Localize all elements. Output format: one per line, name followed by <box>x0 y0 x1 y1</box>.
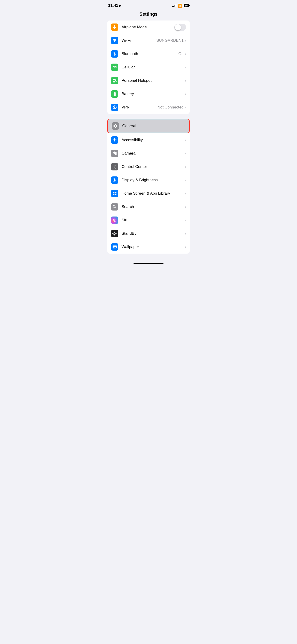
general-svg <box>113 124 118 128</box>
vpn-value: Not Connected <box>158 105 184 110</box>
search-icon <box>111 203 118 210</box>
homescreen-svg <box>112 191 117 196</box>
general-label: General <box>122 124 184 128</box>
battery-row[interactable]: Battery › <box>107 87 190 101</box>
standby-svg <box>112 231 117 236</box>
general-chevron: › <box>184 124 185 128</box>
wifi-svg <box>112 38 117 43</box>
hotspot-label: Personal Hotspot <box>122 78 185 83</box>
display-label: Display & Brightness <box>122 178 185 182</box>
wifi-icon: 📶 <box>178 4 182 8</box>
wallpaper-row[interactable]: Wallpaper › <box>107 240 190 254</box>
accessibility-label: Accessibility <box>122 138 185 142</box>
standby-label: StandBy <box>122 231 185 236</box>
toggle-knob <box>175 24 181 30</box>
accessibility-row[interactable]: Accessibility › <box>107 133 190 147</box>
status-icons: 📶 80 <box>172 4 189 8</box>
homescreen-icon <box>111 190 118 197</box>
vpn-label: VPN <box>122 105 158 110</box>
home-bar <box>134 263 164 264</box>
bluetooth-chevron: › <box>185 52 186 56</box>
battery-chevron: › <box>185 92 186 96</box>
cellular-svg <box>112 65 117 70</box>
siri-chevron: › <box>185 218 186 222</box>
location-icon: ▶ <box>119 4 121 7</box>
network-settings-group: Airplane Mode Wi-Fi SUNGARDEN1 › Bluetoo… <box>107 20 190 114</box>
wifi-label: Wi-Fi <box>122 38 156 43</box>
display-row[interactable]: Display & Brightness › <box>107 174 190 187</box>
status-time: 11:41 ▶ <box>108 3 121 8</box>
wallpaper-svg <box>112 244 117 249</box>
homescreen-row[interactable]: Home Screen & App Library › <box>107 187 190 200</box>
camera-row[interactable]: Camera › <box>107 147 190 160</box>
siri-row[interactable]: Siri › <box>107 214 190 227</box>
general-row[interactable]: General › <box>108 119 189 133</box>
search-chevron: › <box>185 205 186 209</box>
wifi-row[interactable]: Wi-Fi SUNGARDEN1 › <box>107 34 190 47</box>
vpn-icon <box>111 104 118 111</box>
homescreen-label: Home Screen & App Library <box>122 191 185 196</box>
bluetooth-value: On <box>178 52 184 56</box>
homescreen-chevron: › <box>185 192 186 195</box>
settings-group-2: Accessibility › Camera › Control Center … <box>107 133 190 254</box>
accessibility-icon <box>111 136 118 144</box>
control-center-chevron: › <box>185 165 186 168</box>
siri-icon <box>111 216 118 224</box>
hotspot-chevron: › <box>185 79 186 82</box>
home-indicator <box>104 258 194 266</box>
control-center-svg <box>112 164 117 169</box>
airplane-mode-icon <box>111 24 118 31</box>
battery-svg <box>112 92 117 96</box>
search-row[interactable]: Search › <box>107 200 190 214</box>
camera-svg <box>112 151 117 156</box>
vpn-row[interactable]: VPN Not Connected › <box>107 101 190 114</box>
control-center-icon <box>111 163 118 170</box>
battery-settings-icon <box>111 90 118 98</box>
hotspot-svg <box>112 78 117 83</box>
airplane-mode-label: Airplane Mode <box>122 25 174 30</box>
bluetooth-icon <box>111 50 118 58</box>
general-icon <box>112 122 119 130</box>
vpn-svg <box>112 105 117 110</box>
bluetooth-row[interactable]: Bluetooth On › <box>107 47 190 60</box>
accessibility-svg <box>112 138 117 142</box>
wifi-chevron: › <box>185 39 186 42</box>
control-center-row[interactable]: Control Center › <box>107 160 190 174</box>
camera-icon <box>111 150 118 157</box>
cellular-icon <box>111 64 118 71</box>
siri-label: Siri <box>122 218 185 222</box>
display-icon <box>111 176 118 184</box>
wifi-value: SUNGARDEN1 <box>156 38 184 43</box>
airplane-svg <box>112 25 117 30</box>
bluetooth-svg <box>112 52 117 56</box>
control-center-label: Control Center <box>122 164 185 169</box>
cellular-chevron: › <box>185 66 186 69</box>
signal-bars-icon <box>172 4 176 7</box>
standby-icon <box>111 230 118 237</box>
battery-icon: 80 <box>184 4 189 7</box>
wallpaper-icon <box>111 243 118 250</box>
hotspot-row[interactable]: Personal Hotspot › <box>107 74 190 87</box>
display-chevron: › <box>185 178 186 182</box>
wallpaper-label: Wallpaper <box>122 244 185 249</box>
airplane-mode-toggle[interactable] <box>174 24 186 31</box>
airplane-mode-row[interactable]: Airplane Mode <box>107 20 190 34</box>
siri-svg <box>112 218 117 222</box>
page-title: Settings <box>104 10 194 20</box>
display-svg <box>112 178 117 182</box>
general-row-highlighted[interactable]: General › <box>107 118 190 133</box>
cellular-label: Cellular <box>122 65 185 70</box>
vpn-chevron: › <box>185 106 186 109</box>
camera-chevron: › <box>185 152 186 155</box>
search-label: Search <box>122 204 185 209</box>
search-svg <box>112 204 117 209</box>
accessibility-chevron: › <box>185 138 186 142</box>
standby-chevron: › <box>185 232 186 236</box>
wallpaper-chevron: › <box>185 245 186 249</box>
bluetooth-label: Bluetooth <box>122 52 178 56</box>
standby-row[interactable]: StandBy › <box>107 227 190 240</box>
battery-label: Battery <box>122 92 185 96</box>
hotspot-icon <box>111 77 118 84</box>
cellular-row[interactable]: Cellular › <box>107 60 190 74</box>
status-bar: 11:41 ▶ 📶 80 <box>104 0 194 10</box>
